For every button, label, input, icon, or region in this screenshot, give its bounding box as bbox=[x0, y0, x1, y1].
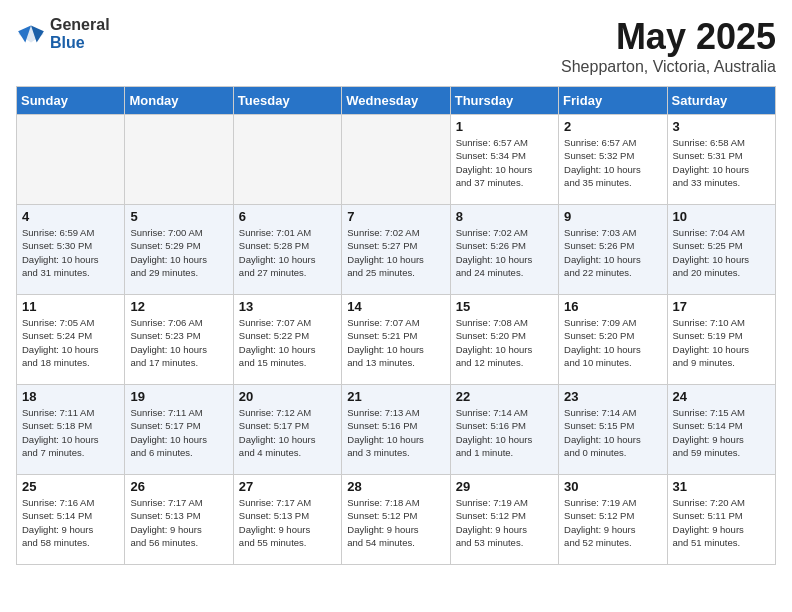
day-header-saturday: Saturday bbox=[667, 87, 775, 115]
cell-day-14: 14Sunrise: 7:07 AM Sunset: 5:21 PM Dayli… bbox=[342, 295, 450, 385]
day-number: 20 bbox=[239, 389, 336, 404]
cell-info: Sunrise: 7:07 AM Sunset: 5:21 PM Dayligh… bbox=[347, 316, 444, 369]
cell-info: Sunrise: 6:57 AM Sunset: 5:32 PM Dayligh… bbox=[564, 136, 661, 189]
cell-day-20: 20Sunrise: 7:12 AM Sunset: 5:17 PM Dayli… bbox=[233, 385, 341, 475]
day-number: 25 bbox=[22, 479, 119, 494]
cell-info: Sunrise: 7:10 AM Sunset: 5:19 PM Dayligh… bbox=[673, 316, 770, 369]
calendar-subtitle: Shepparton, Victoria, Australia bbox=[561, 58, 776, 76]
cell-day-9: 9Sunrise: 7:03 AM Sunset: 5:26 PM Daylig… bbox=[559, 205, 667, 295]
cell-day-11: 11Sunrise: 7:05 AM Sunset: 5:24 PM Dayli… bbox=[17, 295, 125, 385]
cell-info: Sunrise: 6:57 AM Sunset: 5:34 PM Dayligh… bbox=[456, 136, 553, 189]
cell-day-24: 24Sunrise: 7:15 AM Sunset: 5:14 PM Dayli… bbox=[667, 385, 775, 475]
day-header-wednesday: Wednesday bbox=[342, 87, 450, 115]
cell-info: Sunrise: 7:17 AM Sunset: 5:13 PM Dayligh… bbox=[130, 496, 227, 549]
week-row-5: 25Sunrise: 7:16 AM Sunset: 5:14 PM Dayli… bbox=[17, 475, 776, 565]
day-number: 9 bbox=[564, 209, 661, 224]
cell-info: Sunrise: 7:13 AM Sunset: 5:16 PM Dayligh… bbox=[347, 406, 444, 459]
week-row-3: 11Sunrise: 7:05 AM Sunset: 5:24 PM Dayli… bbox=[17, 295, 776, 385]
cell-day-22: 22Sunrise: 7:14 AM Sunset: 5:16 PM Dayli… bbox=[450, 385, 558, 475]
cell-info: Sunrise: 7:17 AM Sunset: 5:13 PM Dayligh… bbox=[239, 496, 336, 549]
day-number: 11 bbox=[22, 299, 119, 314]
calendar-title: May 2025 bbox=[561, 16, 776, 58]
week-row-2: 4Sunrise: 6:59 AM Sunset: 5:30 PM Daylig… bbox=[17, 205, 776, 295]
cell-empty bbox=[233, 115, 341, 205]
cell-day-5: 5Sunrise: 7:00 AM Sunset: 5:29 PM Daylig… bbox=[125, 205, 233, 295]
day-number: 22 bbox=[456, 389, 553, 404]
day-number: 31 bbox=[673, 479, 770, 494]
day-number: 10 bbox=[673, 209, 770, 224]
cell-info: Sunrise: 7:19 AM Sunset: 5:12 PM Dayligh… bbox=[456, 496, 553, 549]
page-header: General Blue May 2025 Shepparton, Victor… bbox=[16, 16, 776, 76]
cell-info: Sunrise: 7:09 AM Sunset: 5:20 PM Dayligh… bbox=[564, 316, 661, 369]
calendar-table: SundayMondayTuesdayWednesdayThursdayFrid… bbox=[16, 86, 776, 565]
cell-info: Sunrise: 7:11 AM Sunset: 5:17 PM Dayligh… bbox=[130, 406, 227, 459]
cell-day-28: 28Sunrise: 7:18 AM Sunset: 5:12 PM Dayli… bbox=[342, 475, 450, 565]
cell-day-10: 10Sunrise: 7:04 AM Sunset: 5:25 PM Dayli… bbox=[667, 205, 775, 295]
cell-empty bbox=[125, 115, 233, 205]
cell-day-26: 26Sunrise: 7:17 AM Sunset: 5:13 PM Dayli… bbox=[125, 475, 233, 565]
cell-day-3: 3Sunrise: 6:58 AM Sunset: 5:31 PM Daylig… bbox=[667, 115, 775, 205]
day-number: 8 bbox=[456, 209, 553, 224]
day-number: 26 bbox=[130, 479, 227, 494]
day-number: 7 bbox=[347, 209, 444, 224]
day-number: 14 bbox=[347, 299, 444, 314]
cell-info: Sunrise: 7:02 AM Sunset: 5:26 PM Dayligh… bbox=[456, 226, 553, 279]
cell-info: Sunrise: 7:19 AM Sunset: 5:12 PM Dayligh… bbox=[564, 496, 661, 549]
cell-info: Sunrise: 7:05 AM Sunset: 5:24 PM Dayligh… bbox=[22, 316, 119, 369]
cell-info: Sunrise: 7:06 AM Sunset: 5:23 PM Dayligh… bbox=[130, 316, 227, 369]
day-number: 5 bbox=[130, 209, 227, 224]
cell-info: Sunrise: 7:12 AM Sunset: 5:17 PM Dayligh… bbox=[239, 406, 336, 459]
day-number: 27 bbox=[239, 479, 336, 494]
cell-empty bbox=[342, 115, 450, 205]
day-number: 13 bbox=[239, 299, 336, 314]
logo-blue: Blue bbox=[50, 34, 85, 51]
cell-day-8: 8Sunrise: 7:02 AM Sunset: 5:26 PM Daylig… bbox=[450, 205, 558, 295]
day-number: 15 bbox=[456, 299, 553, 314]
cell-day-31: 31Sunrise: 7:20 AM Sunset: 5:11 PM Dayli… bbox=[667, 475, 775, 565]
cell-day-16: 16Sunrise: 7:09 AM Sunset: 5:20 PM Dayli… bbox=[559, 295, 667, 385]
cell-day-6: 6Sunrise: 7:01 AM Sunset: 5:28 PM Daylig… bbox=[233, 205, 341, 295]
cell-day-29: 29Sunrise: 7:19 AM Sunset: 5:12 PM Dayli… bbox=[450, 475, 558, 565]
cell-day-13: 13Sunrise: 7:07 AM Sunset: 5:22 PM Dayli… bbox=[233, 295, 341, 385]
day-header-friday: Friday bbox=[559, 87, 667, 115]
cell-info: Sunrise: 7:14 AM Sunset: 5:15 PM Dayligh… bbox=[564, 406, 661, 459]
cell-day-27: 27Sunrise: 7:17 AM Sunset: 5:13 PM Dayli… bbox=[233, 475, 341, 565]
cell-day-17: 17Sunrise: 7:10 AM Sunset: 5:19 PM Dayli… bbox=[667, 295, 775, 385]
day-number: 24 bbox=[673, 389, 770, 404]
day-number: 19 bbox=[130, 389, 227, 404]
cell-info: Sunrise: 7:15 AM Sunset: 5:14 PM Dayligh… bbox=[673, 406, 770, 459]
cell-info: Sunrise: 7:01 AM Sunset: 5:28 PM Dayligh… bbox=[239, 226, 336, 279]
day-number: 12 bbox=[130, 299, 227, 314]
cell-info: Sunrise: 7:16 AM Sunset: 5:14 PM Dayligh… bbox=[22, 496, 119, 549]
cell-info: Sunrise: 7:03 AM Sunset: 5:26 PM Dayligh… bbox=[564, 226, 661, 279]
cell-day-18: 18Sunrise: 7:11 AM Sunset: 5:18 PM Dayli… bbox=[17, 385, 125, 475]
cell-info: Sunrise: 7:02 AM Sunset: 5:27 PM Dayligh… bbox=[347, 226, 444, 279]
cell-day-19: 19Sunrise: 7:11 AM Sunset: 5:17 PM Dayli… bbox=[125, 385, 233, 475]
day-number: 18 bbox=[22, 389, 119, 404]
day-header-tuesday: Tuesday bbox=[233, 87, 341, 115]
cell-day-4: 4Sunrise: 6:59 AM Sunset: 5:30 PM Daylig… bbox=[17, 205, 125, 295]
cell-info: Sunrise: 7:00 AM Sunset: 5:29 PM Dayligh… bbox=[130, 226, 227, 279]
cell-info: Sunrise: 7:14 AM Sunset: 5:16 PM Dayligh… bbox=[456, 406, 553, 459]
cell-info: Sunrise: 6:59 AM Sunset: 5:30 PM Dayligh… bbox=[22, 226, 119, 279]
week-row-1: 1Sunrise: 6:57 AM Sunset: 5:34 PM Daylig… bbox=[17, 115, 776, 205]
cell-day-23: 23Sunrise: 7:14 AM Sunset: 5:15 PM Dayli… bbox=[559, 385, 667, 475]
week-row-4: 18Sunrise: 7:11 AM Sunset: 5:18 PM Dayli… bbox=[17, 385, 776, 475]
day-header-monday: Monday bbox=[125, 87, 233, 115]
logo-general: General bbox=[50, 16, 110, 33]
day-number: 1 bbox=[456, 119, 553, 134]
cell-info: Sunrise: 7:11 AM Sunset: 5:18 PM Dayligh… bbox=[22, 406, 119, 459]
cell-info: Sunrise: 7:18 AM Sunset: 5:12 PM Dayligh… bbox=[347, 496, 444, 549]
cell-info: Sunrise: 7:20 AM Sunset: 5:11 PM Dayligh… bbox=[673, 496, 770, 549]
day-number: 28 bbox=[347, 479, 444, 494]
cell-day-15: 15Sunrise: 7:08 AM Sunset: 5:20 PM Dayli… bbox=[450, 295, 558, 385]
cell-day-1: 1Sunrise: 6:57 AM Sunset: 5:34 PM Daylig… bbox=[450, 115, 558, 205]
day-header-thursday: Thursday bbox=[450, 87, 558, 115]
day-header-row: SundayMondayTuesdayWednesdayThursdayFrid… bbox=[17, 87, 776, 115]
day-header-sunday: Sunday bbox=[17, 87, 125, 115]
day-number: 16 bbox=[564, 299, 661, 314]
cell-day-12: 12Sunrise: 7:06 AM Sunset: 5:23 PM Dayli… bbox=[125, 295, 233, 385]
title-block: May 2025 Shepparton, Victoria, Australia bbox=[561, 16, 776, 76]
day-number: 30 bbox=[564, 479, 661, 494]
day-number: 3 bbox=[673, 119, 770, 134]
